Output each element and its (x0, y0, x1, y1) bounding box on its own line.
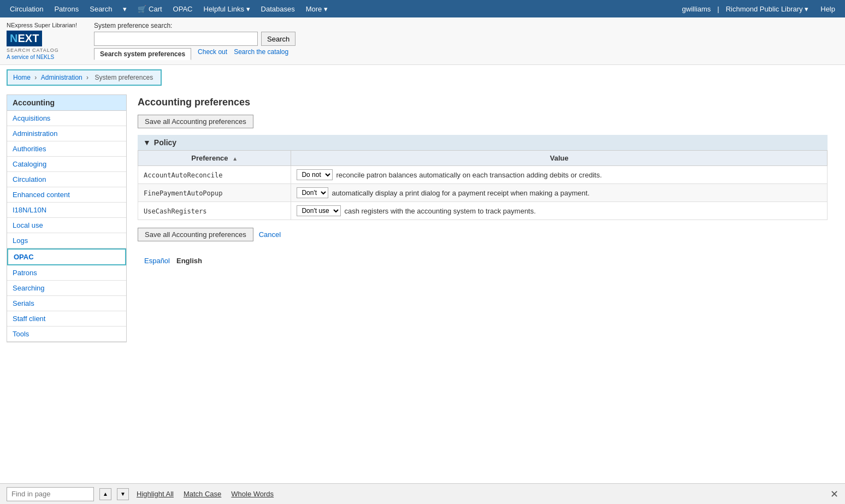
nav-more[interactable]: More ▾ (300, 2, 333, 16)
top-navigation: Circulation Patrons Search ▾ 🛒 Cart OPAC… (0, 0, 845, 17)
sidebar-item-enhanced-content[interactable]: Enhanced content (7, 187, 126, 203)
breadcrumb: Home › Administration › System preferenc… (7, 69, 162, 86)
preference-value-cell: Don't useUsecash registers with the acco… (291, 202, 828, 220)
bottom-buttons: Save all Accounting preferences Cancel (138, 228, 828, 241)
sort-arrow[interactable]: ▲ (232, 156, 238, 162)
nav-helpful-links[interactable]: Helpful Links ▾ (198, 2, 256, 16)
sidebar-item-logs[interactable]: Logs (7, 233, 126, 248)
policy-section-header[interactable]: ▼ Policy (138, 135, 828, 150)
user-info: gwilliams | Richmond Public Library ▾ He… (677, 2, 841, 16)
preference-select-1[interactable]: Don'tDo (297, 187, 328, 198)
sidebar-item-administration[interactable]: Administration (7, 126, 126, 141)
breadcrumb-home[interactable]: Home (13, 74, 31, 81)
nav-opac[interactable]: OPAC (168, 2, 198, 16)
nav-search[interactable]: Search (84, 2, 117, 16)
breadcrumb-admin[interactable]: Administration (41, 74, 82, 81)
preference-select-2[interactable]: Don't useUse (297, 205, 341, 216)
logo-n: N (10, 32, 17, 45)
logo-area: NExpress Super Librarian! N EXT SEARCH C… (7, 22, 83, 60)
logo-image: N EXT (7, 31, 83, 46)
col-preference: Preference ▲ (138, 151, 291, 166)
page-title: Accounting preferences (138, 97, 828, 108)
sidebar-header: Accounting (7, 95, 126, 111)
separator: | (717, 5, 719, 13)
policy-section-label: Policy (154, 138, 176, 147)
search-label: System preference search: (94, 22, 296, 29)
table-row: AccountAutoReconcile (138, 166, 291, 184)
col-value: Value (291, 151, 828, 166)
lang-english: English (176, 257, 202, 265)
system-search-button[interactable]: Search (261, 32, 296, 46)
sidebar-item-serials[interactable]: Serials (7, 296, 126, 311)
search-catalog-link[interactable]: Search the catalog (234, 48, 288, 60)
sidebar: Accounting Acquisitions Administration A… (7, 94, 127, 342)
language-bar: Español English (138, 252, 828, 269)
sidebar-item-circulation[interactable]: Circulation (7, 172, 126, 187)
sidebar-item-searching[interactable]: Searching (7, 281, 126, 296)
breadcrumb-sep2: › (86, 74, 90, 81)
save-all-bottom-button[interactable]: Save all Accounting preferences (138, 228, 253, 241)
preference-name: AccountAutoReconcile (144, 171, 223, 179)
logo-subtitle: SEARCH CATALOG (7, 48, 83, 53)
sidebar-item-i18n[interactable]: I18N/L10N (7, 203, 126, 218)
sidebar-item-tools[interactable]: Tools (7, 327, 126, 342)
sidebar-item-patrons[interactable]: Patrons (7, 265, 126, 281)
cancel-link[interactable]: Cancel (259, 230, 281, 239)
preference-name: FinePaymentAutoPopup (144, 189, 223, 197)
sidebar-item-acquisitions[interactable]: Acquisitions (7, 111, 126, 126)
table-row: UseCashRegisters (138, 202, 291, 220)
policy-table: Preference ▲ Value AccountAutoReconcileD… (138, 150, 828, 220)
nav-circulation[interactable]: Circulation (4, 2, 49, 16)
breadcrumb-current: System preferences (94, 74, 153, 81)
preference-select-0[interactable]: Do notDo (297, 169, 333, 180)
preference-description: cash registers with the accounting syste… (344, 207, 535, 215)
content-area: Accounting preferences Save all Accounti… (127, 90, 838, 342)
username-link[interactable]: gwilliams (677, 2, 717, 16)
system-search-input[interactable] (94, 32, 258, 46)
save-all-top-button[interactable]: Save all Accounting preferences (138, 115, 253, 128)
service-text: A service of NEKLS (7, 54, 83, 60)
nav-cart[interactable]: 🛒 Cart (132, 2, 167, 16)
nav-databases[interactable]: Databases (256, 2, 300, 16)
nav-patrons[interactable]: Patrons (49, 2, 84, 16)
preference-value-cell: Do notDoreconcile patron balances automa… (291, 166, 828, 184)
sidebar-item-authorities[interactable]: Authorities (7, 141, 126, 157)
logo-ext: EXT (17, 32, 39, 45)
library-link[interactable]: Richmond Public Library ▾ (720, 2, 814, 16)
help-link[interactable]: Help (815, 2, 841, 16)
search-prefs-link[interactable]: Search system preferences (94, 48, 191, 60)
sidebar-item-opac[interactable]: OPAC (7, 248, 126, 265)
sidebar-item-staff-client[interactable]: Staff client (7, 311, 126, 327)
policy-collapse-icon: ▼ (143, 138, 151, 147)
preference-name: UseCashRegisters (144, 207, 207, 215)
system-search-area: System preference search: Search Search … (94, 22, 296, 60)
nav-dropdown-arrow[interactable]: ▾ (117, 2, 132, 16)
lang-espanol[interactable]: Español (144, 257, 170, 265)
header-area: NExpress Super Librarian! N EXT SEARCH C… (0, 17, 845, 65)
preference-description: automatically display a print dialog for… (332, 189, 589, 197)
checkout-link[interactable]: Check out (198, 48, 227, 60)
table-row: FinePaymentAutoPopup (138, 184, 291, 202)
preference-description: reconcile patron balances automatically … (336, 171, 601, 179)
nexpress-label: NExpress Super Librarian! (7, 22, 83, 28)
sidebar-item-cataloging[interactable]: Cataloging (7, 157, 126, 172)
main-layout: Accounting Acquisitions Administration A… (0, 90, 845, 342)
preference-value-cell: Don'tDoautomatically display a print dia… (291, 184, 828, 202)
sidebar-item-local-use[interactable]: Local use (7, 218, 126, 233)
breadcrumb-sep1: › (34, 74, 38, 81)
